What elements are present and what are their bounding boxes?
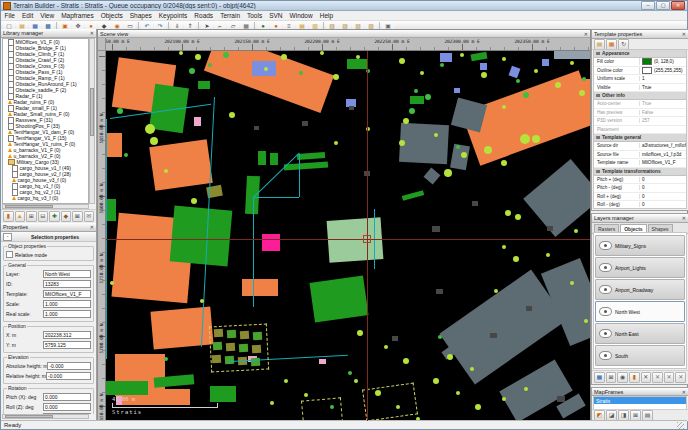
map-vegetation-object[interactable] xyxy=(145,124,155,134)
map-vegetation-object[interactable] xyxy=(570,281,574,285)
field-real-scale[interactable]: 1.000 xyxy=(43,310,91,318)
menu-svn[interactable]: SVN xyxy=(266,12,286,19)
menu-mapframes[interactable]: Mapframes xyxy=(58,12,98,19)
map-vegetation-object[interactable] xyxy=(414,89,418,93)
map-object[interactable] xyxy=(106,381,148,395)
map-vegetation-object[interactable] xyxy=(513,256,519,262)
map-vegetation-object[interactable] xyxy=(403,358,409,364)
map-vegetation-object[interactable] xyxy=(461,152,467,158)
toggle-visibility-icon[interactable]: ◉ xyxy=(617,372,628,383)
map-vegetation-object[interactable] xyxy=(223,52,229,58)
map-object[interactable] xyxy=(471,52,488,62)
map-object[interactable] xyxy=(557,396,565,402)
map-object[interactable] xyxy=(319,359,326,364)
map-object[interactable] xyxy=(254,126,259,130)
map-object[interactable] xyxy=(309,275,368,322)
map-object[interactable] xyxy=(150,306,213,349)
map-vegetation-object[interactable] xyxy=(189,68,195,74)
eye-icon[interactable] xyxy=(599,329,612,338)
map-object[interactable] xyxy=(302,121,308,126)
relative-mode-checkbox[interactable] xyxy=(6,251,13,258)
map-vegetation-object[interactable] xyxy=(320,51,324,55)
load-template-icon[interactable]: ▤ xyxy=(594,39,605,50)
map-vegetation-object[interactable] xyxy=(150,137,158,145)
resize-grip[interactable] xyxy=(677,422,684,429)
map-vegetation-object[interactable] xyxy=(304,393,308,397)
map-vegetation-object[interactable] xyxy=(523,92,529,98)
eye-icon[interactable] xyxy=(599,263,612,272)
map-vegetation-object[interactable] xyxy=(584,319,588,323)
layer-item-military-signs[interactable]: Military_Signs xyxy=(595,235,685,256)
mapframe-item-stratis[interactable]: Stratis xyxy=(594,397,686,404)
menu-edit[interactable]: Edit xyxy=(18,12,36,19)
package-icon[interactable]: ◆ xyxy=(61,211,72,222)
map-object[interactable] xyxy=(432,226,440,232)
map-vegetation-object[interactable] xyxy=(438,335,442,339)
map-vegetation-object[interactable] xyxy=(456,145,460,149)
map-vegetation-object[interactable] xyxy=(333,74,339,80)
map-vegetation-object[interactable] xyxy=(425,94,431,100)
remove-objects-icon[interactable]: ✕ xyxy=(652,372,663,383)
map-object[interactable] xyxy=(523,159,590,237)
template-property-roll-deg[interactable]: 0 xyxy=(639,194,686,199)
remove-shapes-icon[interactable]: ✕ xyxy=(664,372,675,383)
properties-horizontal-scrollbar[interactable] xyxy=(2,414,89,419)
edit-template-icon[interactable]: ⊞ xyxy=(26,211,37,222)
map-object[interactable] xyxy=(349,106,354,110)
map-object[interactable] xyxy=(284,161,328,170)
add-template-icon[interactable]: ▮ xyxy=(3,211,14,222)
close-icon[interactable]: ✕ xyxy=(682,389,686,395)
template-property-outline-color[interactable]: (255,255,255) xyxy=(639,67,686,74)
map-object[interactable] xyxy=(347,59,367,69)
map-vegetation-object[interactable] xyxy=(444,169,452,177)
layer-item-airport-lights[interactable]: Airport_Lights xyxy=(595,257,685,278)
map-vegetation-object[interactable] xyxy=(574,229,578,233)
field-pitch-x-deg[interactable]: 0.000 xyxy=(43,393,91,401)
map-object[interactable] xyxy=(106,199,116,221)
map-object[interactable] xyxy=(547,226,553,231)
map-vegetation-object[interactable] xyxy=(460,53,464,57)
map-object[interactable] xyxy=(402,190,425,201)
map-object[interactable] xyxy=(194,117,201,126)
map-vegetation-object[interactable] xyxy=(179,51,183,55)
map-vegetation-object[interactable] xyxy=(582,77,586,81)
close-icon[interactable]: ✕ xyxy=(584,31,588,37)
layer-item-north-west[interactable]: North West xyxy=(595,301,685,322)
remove-all-icon[interactable]: ✕ xyxy=(675,372,686,383)
menu-shapes[interactable]: Shapes xyxy=(126,12,155,19)
field-roll-z-deg[interactable]: 0.000 xyxy=(43,403,91,411)
field-y-m[interactable]: 5759.125 xyxy=(43,341,91,349)
clear-layer-icon[interactable]: ✕ xyxy=(641,372,652,383)
menu-tools[interactable]: Tools xyxy=(244,12,266,19)
template-section-other-info[interactable]: ⊟Other info xyxy=(594,92,686,100)
map-vegetation-object[interactable] xyxy=(191,198,197,204)
map-vegetation-object[interactable] xyxy=(501,160,507,166)
map-vegetation-object[interactable] xyxy=(484,146,492,154)
map-object[interactable] xyxy=(509,66,521,78)
template-property-fill-color[interactable]: (0, 128,0) xyxy=(639,58,686,65)
template-property-source-file[interactable]: miloffices_v1_f.p3d xyxy=(639,152,686,157)
map-object[interactable] xyxy=(490,333,497,338)
map-boundary-line[interactable] xyxy=(299,154,300,197)
map-vegetation-object[interactable] xyxy=(534,69,538,73)
map-vegetation-object[interactable] xyxy=(546,253,550,257)
map-vegetation-object[interactable] xyxy=(330,405,334,409)
map-object[interactable] xyxy=(542,59,549,66)
map-vegetation-object[interactable] xyxy=(399,140,405,146)
map-object[interactable] xyxy=(392,336,398,341)
map-selection-outline[interactable] xyxy=(209,324,269,373)
map-vegetation-object[interactable] xyxy=(456,391,460,395)
map-vegetation-object[interactable] xyxy=(200,299,204,303)
map-object[interactable] xyxy=(472,201,478,206)
rebuild-template-icon[interactable]: ⊟ xyxy=(38,211,49,222)
menu-keypoints[interactable]: Keypoints xyxy=(155,12,191,19)
show-warnings-icon[interactable]: ▲ xyxy=(15,211,26,222)
map-vegetation-object[interactable] xyxy=(502,105,506,109)
map-vegetation-object[interactable] xyxy=(420,71,424,75)
field-id[interactable]: 13283 xyxy=(43,280,91,288)
map-vegetation-object[interactable] xyxy=(195,54,201,60)
map-vegetation-object[interactable] xyxy=(520,134,530,144)
map-vegetation-object[interactable] xyxy=(110,281,114,285)
map-object[interactable] xyxy=(554,51,590,59)
save-layer-icon[interactable]: ▦ xyxy=(594,372,605,383)
